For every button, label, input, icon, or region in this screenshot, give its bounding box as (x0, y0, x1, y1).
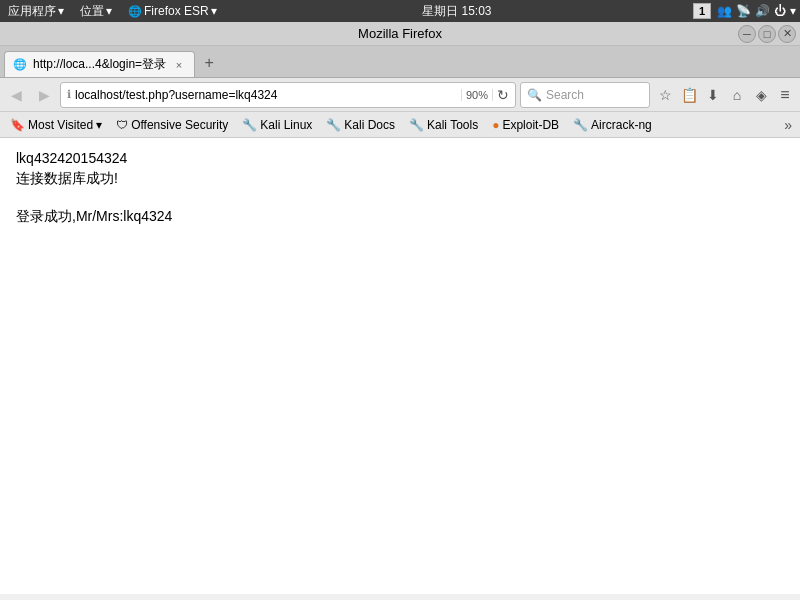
zoom-level: 90% (461, 89, 493, 101)
ff-navbar-icons: ☆ 📋 ⬇ ⌂ ◈ ≡ (654, 84, 796, 106)
downloads-icon[interactable]: ⬇ (702, 84, 724, 106)
reading-list-icon[interactable]: 📋 (678, 84, 700, 106)
tab-favicon: 🌐 (13, 58, 27, 71)
kali-linux-icon: 🔧 (242, 118, 257, 132)
page-line-2: 连接数据库成功! (16, 170, 784, 188)
bookmark-kali-docs[interactable]: 🔧 Kali Docs (320, 116, 401, 134)
info-icon: ℹ (67, 88, 71, 101)
power-arrow: ▾ (790, 4, 796, 18)
power-icon[interactable]: ⏻ (774, 4, 786, 18)
ff-tabbar: 🌐 http://loca...4&login=登录 × + (0, 46, 800, 78)
ff-page-content: lkq432420154324 连接数据库成功! 登录成功,Mr/Mrs:lkq… (0, 138, 800, 594)
search-icon: 🔍 (527, 88, 542, 102)
network-icon[interactable]: 📡 (736, 4, 751, 18)
url-bar[interactable]: ℹ localhost/test.php?username=lkq4324 90… (60, 82, 516, 108)
hamburger-menu-button[interactable]: ≡ (774, 84, 796, 106)
kali-tools-icon: 🔧 (409, 118, 424, 132)
aircrack-ng-icon: 🔧 (573, 118, 588, 132)
back-button[interactable]: ◀ (4, 83, 28, 107)
app-menu[interactable]: 应用程序 ▾ (4, 3, 68, 20)
pocket-icon[interactable]: ◈ (750, 84, 772, 106)
bookmark-most-visited[interactable]: 🔖 Most Visited ▾ (4, 116, 108, 134)
close-button[interactable]: ✕ (778, 25, 796, 43)
page-line-1: lkq432420154324 (16, 150, 784, 166)
os-topbar-right: 1 👥 📡 🔊 ⏻ ▾ (693, 3, 796, 19)
people-icon[interactable]: 👥 (717, 4, 732, 18)
home-icon[interactable]: ⌂ (726, 84, 748, 106)
browser-menu-label: Firefox ESR (144, 4, 209, 18)
most-visited-arrow: ▾ (96, 118, 102, 132)
ff-titlebar-buttons: ─ □ ✕ (738, 25, 796, 43)
os-datetime: 星期日 15:03 (221, 3, 693, 20)
bookmarks-more-button[interactable]: » (780, 115, 796, 135)
url-text: localhost/test.php?username=lkq4324 (75, 88, 457, 102)
ff-navbar: ◀ ▶ ℹ localhost/test.php?username=lkq432… (0, 78, 800, 112)
exploit-db-label: Exploit-DB (502, 118, 559, 132)
tab-close-button[interactable]: × (172, 58, 186, 72)
os-topbar: 应用程序 ▾ 位置 ▾ 🌐 Firefox ESR ▾ 星期日 15:03 1 … (0, 0, 800, 22)
browser-menu-icon: 🌐 (128, 5, 142, 18)
search-placeholder: Search (546, 88, 584, 102)
places-menu-arrow: ▾ (106, 4, 112, 18)
ff-bookmarksbar: 🔖 Most Visited ▾ 🛡 Offensive Security 🔧 … (0, 112, 800, 138)
ff-titlebar: Mozilla Firefox ─ □ ✕ (0, 22, 800, 46)
new-tab-button[interactable]: + (197, 51, 221, 75)
aircrack-ng-label: Aircrack-ng (591, 118, 652, 132)
tab-label: http://loca...4&login=登录 (33, 56, 166, 73)
workspace-badge[interactable]: 1 (693, 3, 711, 19)
places-menu[interactable]: 位置 ▾ (76, 3, 116, 20)
app-menu-label: 应用程序 (8, 3, 56, 20)
most-visited-icon: 🔖 (10, 118, 25, 132)
active-tab[interactable]: 🌐 http://loca...4&login=登录 × (4, 51, 195, 77)
os-topbar-icons: 👥 📡 🔊 ⏻ ▾ (717, 4, 796, 18)
bookmark-exploit-db[interactable]: ● Exploit-DB (486, 116, 565, 134)
ff-title: Mozilla Firefox (358, 26, 442, 41)
bookmark-kali-linux[interactable]: 🔧 Kali Linux (236, 116, 318, 134)
reload-button[interactable]: ↻ (497, 87, 509, 103)
bookmarks-star-icon[interactable]: ☆ (654, 84, 676, 106)
os-topbar-left: 应用程序 ▾ 位置 ▾ 🌐 Firefox ESR ▾ (4, 3, 221, 20)
kali-tools-label: Kali Tools (427, 118, 478, 132)
search-bar[interactable]: 🔍 Search (520, 82, 650, 108)
kali-docs-icon: 🔧 (326, 118, 341, 132)
forward-button[interactable]: ▶ (32, 83, 56, 107)
audio-icon[interactable]: 🔊 (755, 4, 770, 18)
minimize-button[interactable]: ─ (738, 25, 756, 43)
bookmark-offensive-security[interactable]: 🛡 Offensive Security (110, 116, 234, 134)
offensive-security-label: Offensive Security (131, 118, 228, 132)
maximize-button[interactable]: □ (758, 25, 776, 43)
places-menu-label: 位置 (80, 3, 104, 20)
kali-linux-label: Kali Linux (260, 118, 312, 132)
bookmark-aircrack-ng[interactable]: 🔧 Aircrack-ng (567, 116, 658, 134)
most-visited-label: Most Visited (28, 118, 93, 132)
offensive-security-icon: 🛡 (116, 118, 128, 132)
exploit-db-icon: ● (492, 118, 499, 132)
kali-docs-label: Kali Docs (344, 118, 395, 132)
browser-menu-arrow: ▾ (211, 4, 217, 18)
app-menu-arrow: ▾ (58, 4, 64, 18)
browser-menu[interactable]: 🌐 Firefox ESR ▾ (124, 4, 221, 18)
ff-titlebar-inner: Mozilla Firefox ─ □ ✕ (0, 26, 800, 41)
page-line-3: 登录成功,Mr/Mrs:lkq4324 (16, 208, 784, 226)
bookmark-kali-tools[interactable]: 🔧 Kali Tools (403, 116, 484, 134)
